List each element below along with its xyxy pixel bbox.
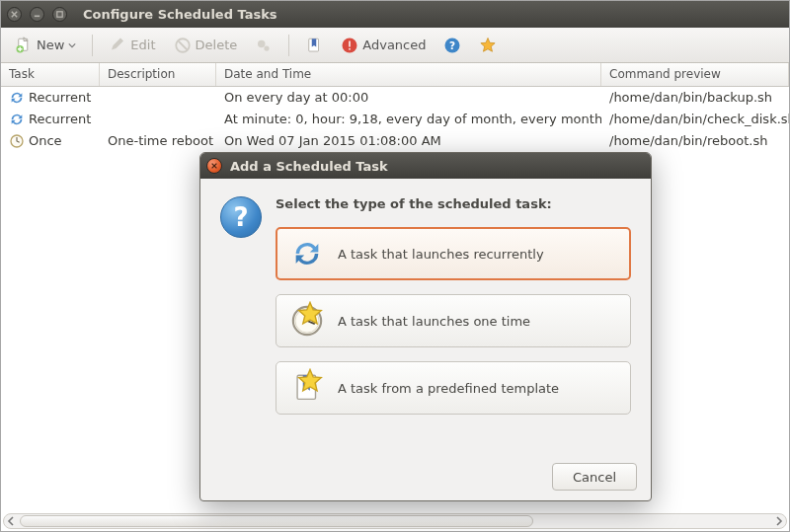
advanced-button[interactable]: Advanced [335,34,432,57]
recurrent-icon [9,90,25,106]
no-entry-icon [174,37,192,54]
clock-icon [9,133,25,149]
option-recurrent-button[interactable]: A task that launches recurrently [276,227,631,280]
svg-text:?: ? [449,38,455,50]
toolbar: New Edit Delete Advanced ? [1,28,789,63]
cell-desc [100,117,216,121]
cell-desc [100,96,216,100]
dialog-heading: Select the type of the scheduled task: [276,196,631,211]
window-minimize-icon[interactable] [30,7,44,22]
delete-button[interactable]: Delete [168,34,244,57]
svg-rect-8 [350,40,352,46]
scroll-left-icon[interactable] [6,516,16,526]
cancel-button[interactable]: Cancel [552,463,637,491]
cell-datetime: On every day at 00:00 [216,88,601,107]
scroll-thumb[interactable] [20,515,533,527]
svg-point-4 [258,39,266,47]
cell-command: /home/dan/bin/reboot.sh [601,131,789,150]
favorite-button[interactable] [473,34,503,57]
pencil-icon [109,37,126,54]
warning-icon [341,37,358,54]
svg-rect-9 [350,48,352,50]
col-task[interactable]: Task [1,63,100,86]
cell-command: /home/dan/bin/check_disk.sh [601,110,789,128]
document-new-icon [15,37,33,54]
system-button[interactable] [249,34,278,57]
col-datetime[interactable]: Date and Time [216,63,601,86]
window-close-icon[interactable] [7,7,22,22]
help-button[interactable]: ? [437,34,467,57]
recurrent-icon [290,237,324,270]
add-task-dialog: Add a Scheduled Task ? Select the type o… [199,152,652,501]
cell-datetime: At minute: 0, hour: 9,18, every day of m… [216,110,601,128]
option-template-button[interactable]: A task from a predefined template [276,361,631,415]
edit-button[interactable]: Edit [103,34,161,57]
new-badge-icon [293,368,327,402]
cell-task: Once [29,133,62,148]
scroll-right-icon[interactable] [774,516,784,526]
question-icon: ? [220,196,262,238]
new-button[interactable]: New [9,34,82,57]
titlebar: Configure Scheduled Tasks [1,1,789,28]
svg-rect-0 [57,12,62,17]
separator [92,35,93,56]
option-label: A task that launches one time [338,314,530,329]
new-badge-icon [293,301,327,335]
grid-rows: Recurrent On every day at 00:00 /home/da… [1,87,789,152]
separator [288,35,289,56]
dropdown-icon [68,41,76,49]
option-label: A task that launches recurrently [338,247,544,262]
table-row[interactable]: Recurrent At minute: 0, hour: 9,18, ever… [1,109,789,130]
cancel-label: Cancel [573,470,616,485]
gears-icon [255,37,273,54]
template-button[interactable] [299,34,329,57]
horizontal-scrollbar[interactable] [3,513,787,529]
col-command[interactable]: Command preview [601,63,789,86]
cell-task: Recurrent [29,112,91,126]
table-row[interactable]: Once One-time reboot On Wed 07 Jan 2015 … [1,130,789,152]
star-icon [479,37,497,54]
option-once-button[interactable]: A task that launches one time [276,294,631,347]
bookmark-doc-icon [305,37,323,54]
dialog-body: ? Select the type of the scheduled task:… [200,179,651,453]
col-description[interactable]: Description [100,63,216,86]
window-title: Configure Scheduled Tasks [83,7,277,22]
svg-point-5 [265,45,270,50]
dialog-close-button[interactable] [206,158,222,174]
window-maximize-icon[interactable] [52,7,67,22]
cell-datetime: On Wed 07 Jan 2015 01:08:00 AM [216,131,601,150]
help-icon: ? [443,37,461,54]
edit-label: Edit [130,38,155,52]
table-row[interactable]: Recurrent On every day at 00:00 /home/da… [1,87,789,109]
cell-command: /home/dan/bin/backup.sh [601,88,789,107]
advanced-label: Advanced [362,38,426,52]
dialog-titlebar: Add a Scheduled Task [200,153,651,179]
grid-header: Task Description Date and Time Command p… [1,63,789,87]
new-label: New [37,38,64,52]
cell-desc: One-time reboot [100,131,216,150]
dialog-footer: Cancel [200,453,651,500]
delete-label: Delete [196,38,238,52]
cell-task: Recurrent [29,90,91,105]
dialog-title: Add a Scheduled Task [230,159,388,174]
option-label: A task from a predefined template [338,381,559,396]
recurrent-icon [9,112,25,127]
